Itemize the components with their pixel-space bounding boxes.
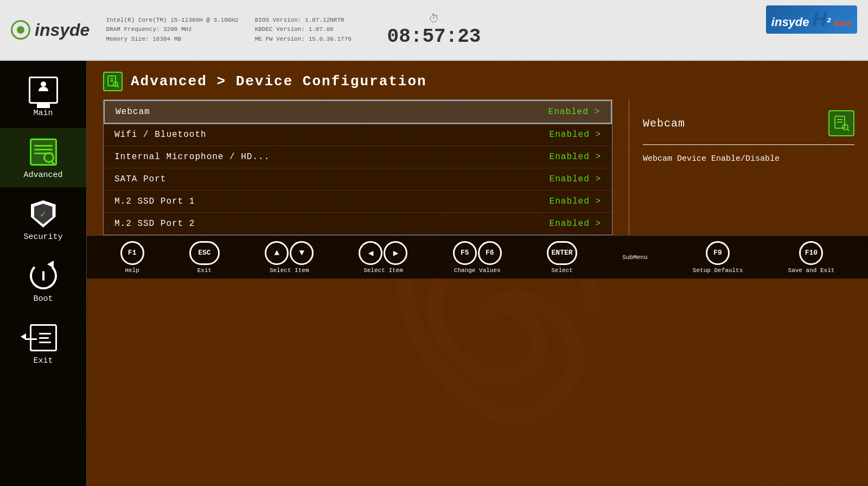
exit-lines-icon [39, 330, 51, 346]
left-right-pair: ◀ ▶ [359, 241, 407, 265]
f6-button[interactable]: F6 [478, 241, 502, 265]
key-select-item-ud[interactable]: ▲ ▼ Select Item [265, 241, 314, 274]
key-change-values[interactable]: F5 F6 Change Values [453, 241, 502, 274]
info-header: Webcam [643, 110, 854, 145]
breadcrumb-icon [103, 72, 123, 91]
advanced-icon [30, 138, 57, 166]
sidebar-item-security[interactable]: ✓ Security [0, 190, 86, 249]
search-magnifier-icon [43, 152, 54, 163]
shield-outer: ✓ [31, 200, 56, 228]
header: insyde Intel(R) Core(TM) i5-11300H @ 3.1… [0, 0, 868, 61]
main-icon [27, 74, 60, 106]
content-area: Main Advanced ✓ [0, 61, 868, 486]
key-submenu: SubMenu [622, 254, 647, 261]
setting-value-sata: Enabled > [550, 174, 601, 184]
brand-h: H [813, 8, 827, 30]
key-f10[interactable]: F10 Save and Exit [788, 241, 835, 274]
settings-row-webcam[interactable]: Webcam Enabled > [104, 100, 612, 124]
f9-button[interactable]: F9 [706, 241, 730, 265]
svg-text:⊙insyde: ⊙insyde [449, 365, 533, 390]
cpu-info: Intel(R) Core(TM) i5-11300H @ 3.10GHz [106, 16, 238, 26]
down-arrow-button[interactable]: ▼ [290, 241, 314, 265]
select-item-lr-label: Select Item [363, 267, 403, 274]
submenu-label: SubMenu [622, 254, 647, 261]
setting-name-wifi: Wifi / Bluetooth [114, 130, 550, 140]
power-line-icon [42, 271, 44, 281]
brand-name: insyde [771, 15, 809, 29]
setup-defaults-label: Setup Defaults [693, 267, 743, 274]
clock-area: ⏱ 08:57:23 [387, 12, 481, 48]
power-icon [30, 262, 57, 289]
info-icon [828, 110, 854, 136]
enter-button[interactable]: ENTER [547, 241, 577, 265]
sidebar-item-exit[interactable]: Exit [0, 314, 86, 373]
sidebar-item-advanced-label: Advanced [23, 171, 62, 180]
info-doc-search-icon [833, 115, 850, 131]
sidebar: Main Advanced ✓ [0, 61, 87, 486]
brand-badge: insyde H² bios [766, 5, 857, 34]
advanced-icon-wrap [27, 136, 60, 168]
info-panel: Webcam Webcam Device Enable/Disable [629, 99, 868, 235]
up-down-pair: ▲ ▼ [265, 241, 314, 265]
key-f9[interactable]: F9 Setup Defaults [693, 241, 743, 274]
setting-name-sata: SATA Port [114, 174, 550, 184]
settings-row-sata[interactable]: SATA Port Enabled > [104, 168, 612, 191]
save-exit-label: Save and Exit [788, 267, 835, 274]
sidebar-item-boot[interactable]: Boot [0, 252, 86, 311]
f1-button[interactable]: F1 [120, 241, 144, 265]
settings-row-m2ssd2[interactable]: M.2 SSD Port 2 Enabled > [104, 213, 612, 235]
doc-search-icon [106, 75, 119, 88]
sidebar-item-boot-label: Boot [33, 294, 53, 304]
logo-area: insyde [11, 20, 90, 40]
up-arrow-button[interactable]: ▲ [265, 241, 289, 265]
sidebar-item-main[interactable]: Main [0, 66, 86, 125]
right-arrow-button[interactable]: ▶ [384, 241, 407, 265]
person-icon [39, 81, 48, 91]
left-arrow-button[interactable]: ◀ [359, 241, 382, 265]
setting-name-m2ssd1: M.2 SSD Port 1 [114, 197, 550, 206]
esc-button[interactable]: ESC [189, 241, 220, 265]
setting-name-microphone: Internal Microphone / HD... [114, 152, 550, 162]
f5-button[interactable]: F5 [453, 241, 477, 265]
brand-logo: insyde H² bios [766, 5, 857, 34]
boot-icon-wrap [27, 260, 60, 292]
logo-text: insyde [35, 20, 90, 40]
bios-version: BIOS Version: 1.07.12NRTR [255, 16, 352, 26]
setting-value-microphone: Enabled > [550, 152, 601, 162]
key-enter-select[interactable]: ENTER Select [547, 241, 577, 274]
f1-label: Help [125, 267, 139, 274]
key-esc[interactable]: ESC Exit [189, 241, 220, 274]
svg-line-10 [847, 129, 849, 131]
shield-icon: ✓ [31, 200, 56, 228]
exit-door-icon [30, 324, 57, 351]
content-row: Webcam Enabled > Wifi / Bluetooth Enable… [87, 99, 868, 235]
key-f1[interactable]: F1 Help [120, 241, 144, 274]
f10-button[interactable]: F10 [799, 241, 823, 265]
setting-value-m2ssd2: Enabled > [550, 219, 601, 229]
security-icon-wrap: ✓ [27, 198, 60, 230]
kbdec-version: KBDEC Version: 1.07.06 [255, 25, 352, 35]
sys-info: Intel(R) Core(TM) i5-11300H @ 3.10GHz DR… [106, 16, 351, 45]
sidebar-item-exit-label: Exit [33, 356, 53, 365]
change-values-label: Change Values [454, 267, 501, 274]
clock-time: 08:57:23 [387, 26, 481, 48]
power-arrow-icon [47, 258, 56, 268]
sidebar-item-advanced[interactable]: Advanced [0, 128, 86, 187]
main-panel: ⊙insyde Advanced > Device Configuration [87, 61, 868, 486]
info-description: Webcam Device Enable/Disable [643, 153, 854, 166]
sidebar-item-security-label: Security [23, 232, 62, 242]
breadcrumb: Advanced > Device Configuration [87, 61, 868, 99]
brand-bios: bios [834, 18, 852, 28]
bottom-bar: F1 Help ESC Exit ▲ ▼ Select Item ◀ ▶ Se [87, 235, 868, 279]
me-fw-version: ME FW Version: 15.0.30.1776 [255, 35, 352, 45]
key-select-item-lr[interactable]: ◀ ▶ Select Item [359, 241, 407, 274]
info-item-name: Webcam [643, 117, 685, 130]
settings-row-m2ssd1[interactable]: M.2 SSD Port 1 Enabled > [104, 191, 612, 213]
svg-line-5 [117, 86, 119, 87]
page-title: Advanced > Device Configuration [131, 73, 427, 90]
setting-value-wifi: Enabled > [550, 130, 601, 140]
esc-label: Exit [197, 267, 212, 274]
settings-row-wifi[interactable]: Wifi / Bluetooth Enabled > [104, 124, 612, 146]
exit-icon-wrap [27, 321, 60, 354]
settings-row-microphone[interactable]: Internal Microphone / HD... Enabled > [104, 146, 612, 168]
